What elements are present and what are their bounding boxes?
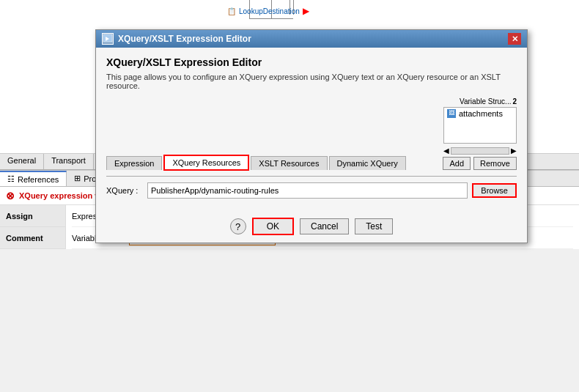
var-scrollbar: ◀ ▶	[443, 147, 517, 155]
ref-tab-references-icon: ☷	[7, 174, 15, 184]
error-icon: ⊗	[6, 190, 15, 201]
xquery-row: XQuery : Browse	[106, 182, 517, 199]
dialog-tab-bar: Expression XQuery Resources XSLT Resourc…	[106, 155, 435, 170]
dialog-body: XQuery/XSLT Expression Editor This page …	[96, 48, 527, 213]
add-variable-button[interactable]: Add	[443, 157, 471, 170]
tab-divider	[106, 176, 517, 177]
var-btn-row: Add Remove	[443, 157, 517, 170]
expression-editor-dialog: XQuery/XSLT Expression Editor ✕ XQuery/X…	[95, 29, 528, 243]
dialog-heading: XQuery/XSLT Expression Editor	[106, 56, 517, 68]
dialog-titlebar-left: XQuery/XSLT Expression Editor	[102, 33, 251, 45]
scroll-track	[451, 147, 509, 155]
var-struct-count: 2	[512, 97, 517, 106]
var-item-label: attachments	[459, 109, 503, 118]
browse-button[interactable]: Browse	[472, 183, 517, 198]
connector-line-h	[249, 18, 293, 19]
scroll-left[interactable]: ◀	[443, 147, 449, 155]
tab-general[interactable]: General	[0, 154, 44, 169]
remove-variable-button[interactable]: Remove	[473, 157, 517, 170]
tab-dynamic-xquery[interactable]: Dynamic XQuery	[329, 156, 406, 170]
lookup-node-label: LookupDestination	[239, 7, 300, 15]
dialog-close-button[interactable]: ✕	[508, 33, 521, 45]
dialog-title-icon	[102, 33, 114, 45]
tab-xslt-resources[interactable]: XSLT Resources	[251, 156, 327, 170]
cancel-button[interactable]: Cancel	[300, 218, 349, 234]
variable-structure-panel: Variable Struc... 2 🖼 attachments ◀ ▶	[443, 97, 517, 170]
assign-labels: Assign Comment	[0, 205, 66, 249]
var-list-item: 🖼 attachments	[444, 108, 516, 119]
xquery-input[interactable]	[147, 182, 468, 199]
canvas-area: 📋 LookupDestination ▶ Assign	[0, 0, 579, 154]
xquery-label: XQuery :	[106, 186, 143, 195]
scroll-right[interactable]: ▶	[511, 147, 517, 155]
ref-tab-references-label: References	[18, 175, 59, 184]
tab-expression[interactable]: Expression	[106, 156, 162, 170]
tab-transport[interactable]: Transport	[44, 154, 94, 169]
var-icon: 🖼	[447, 109, 456, 118]
var-struct-label: Variable Struc...	[460, 97, 511, 106]
help-button[interactable]: ?	[230, 218, 246, 234]
lookup-destination-node[interactable]: 📋 LookupDestination ▶	[227, 6, 309, 16]
ref-tab-references[interactable]: ☷ References	[0, 171, 67, 186]
var-list-box: 🖼 attachments	[443, 107, 517, 144]
ok-button[interactable]: OK	[252, 218, 294, 235]
assign-label: Assign	[0, 205, 65, 227]
dialog-description: This page allows you to configure an XQu…	[106, 73, 517, 90]
dialog-titlebar: XQuery/XSLT Expression Editor ✕	[96, 30, 527, 48]
test-button[interactable]: Test	[355, 218, 393, 234]
ref-tab-properties-icon: ⊞	[74, 174, 81, 183]
comment-label: Comment	[0, 227, 65, 249]
dialog-footer: ? OK Cancel Test	[96, 213, 527, 243]
dialog-title-text: XQuery/XSLT Expression Editor	[118, 34, 251, 44]
tab-xquery-resources[interactable]: XQuery Resources	[163, 155, 249, 171]
